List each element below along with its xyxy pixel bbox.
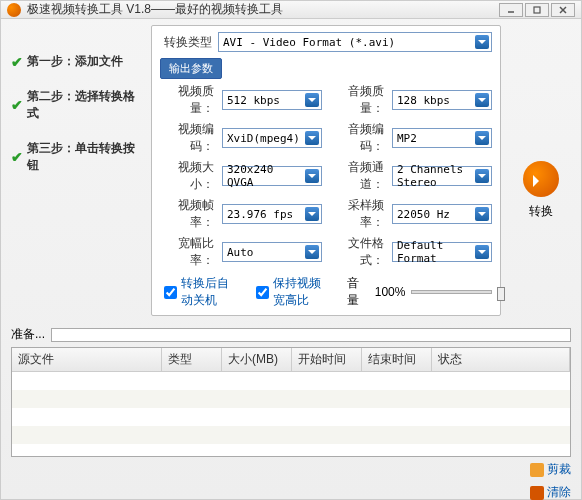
clear-icon bbox=[530, 486, 544, 500]
crop-button[interactable]: 剪裁 bbox=[530, 461, 571, 478]
video-codec-dropdown[interactable]: XviD(mpeg4) bbox=[222, 128, 322, 148]
check-icon: ✔ bbox=[11, 97, 23, 113]
volume-slider[interactable] bbox=[411, 290, 492, 294]
titlebar: 极速视频转换工具 V1.8——最好的视频转换工具 bbox=[1, 1, 581, 19]
content-area: ✔第一步：添加文件 ✔第二步：选择转换格式 ✔第三步：单击转换按钮 转换类型 A… bbox=[1, 19, 581, 500]
tab-output-params[interactable]: 输出参数 bbox=[160, 58, 222, 79]
aspect-label: 宽幅比率： bbox=[160, 235, 214, 269]
step-3: ✔第三步：单击转换按钮 bbox=[11, 140, 141, 174]
app-icon bbox=[7, 3, 21, 17]
audio-channel-dropdown[interactable]: 2 Channels Stereo bbox=[392, 166, 492, 186]
volume-label: 音量 bbox=[347, 275, 368, 309]
file-format-dropdown[interactable]: Default Format bbox=[392, 242, 492, 262]
sample-rate-dropdown[interactable]: 22050 Hz bbox=[392, 204, 492, 224]
col-end[interactable]: 结束时间 bbox=[362, 348, 432, 371]
step-1-label: 第一步：添加文件 bbox=[27, 53, 123, 70]
convert-icon[interactable] bbox=[523, 161, 559, 197]
svg-rect-1 bbox=[534, 7, 540, 13]
video-size-label: 视频大小： bbox=[160, 159, 214, 193]
video-fps-dropdown[interactable]: 23.976 fps bbox=[222, 204, 322, 224]
col-start[interactable]: 开始时间 bbox=[292, 348, 362, 371]
audio-quality-dropdown[interactable]: 128 kbps bbox=[392, 90, 492, 110]
crop-icon bbox=[530, 463, 544, 477]
video-fps-label: 视频帧率： bbox=[160, 197, 214, 231]
audio-codec-label: 音频编码： bbox=[330, 121, 384, 155]
col-status[interactable]: 状态 bbox=[432, 348, 570, 371]
col-type[interactable]: 类型 bbox=[162, 348, 222, 371]
video-quality-label: 视频质量： bbox=[160, 83, 214, 117]
maximize-button[interactable] bbox=[525, 3, 549, 17]
convert-type-dropdown[interactable]: AVI - Video Format (*.avi) bbox=[218, 32, 492, 52]
check-icon: ✔ bbox=[11, 149, 23, 165]
keep-ratio-label: 保持视频宽高比 bbox=[273, 275, 330, 309]
type-label: 转换类型 bbox=[160, 34, 212, 51]
prepare-label: 准备... bbox=[11, 326, 45, 343]
convert-label: 转换 bbox=[529, 203, 553, 220]
window-title: 极速视频转换工具 V1.8——最好的视频转换工具 bbox=[27, 1, 499, 18]
window-controls bbox=[499, 3, 575, 17]
file-format-label: 文件格式： bbox=[330, 235, 384, 269]
video-codec-label: 视频编码： bbox=[160, 121, 214, 155]
minimize-button[interactable] bbox=[499, 3, 523, 17]
progress-bar bbox=[51, 328, 571, 342]
step-3-label: 第三步：单击转换按钮 bbox=[27, 140, 141, 174]
convert-section: 转换 bbox=[511, 25, 571, 316]
app-window: 极速视频转换工具 V1.8——最好的视频转换工具 ✔第一步：添加文件 ✔第二步：… bbox=[0, 0, 582, 500]
aspect-dropdown[interactable]: Auto bbox=[222, 242, 322, 262]
step-2-label: 第二步：选择转换格式 bbox=[27, 88, 141, 122]
audio-codec-dropdown[interactable]: MP2 bbox=[392, 128, 492, 148]
steps-panel: ✔第一步：添加文件 ✔第二步：选择转换格式 ✔第三步：单击转换按钮 bbox=[11, 25, 141, 316]
video-size-dropdown[interactable]: 320x240 QVGA bbox=[222, 166, 322, 186]
clear-button[interactable]: 清除 bbox=[530, 484, 571, 500]
table-body[interactable] bbox=[12, 372, 570, 457]
check-icon: ✔ bbox=[11, 54, 23, 70]
audio-quality-label: 音频质量： bbox=[330, 83, 384, 117]
close-button[interactable] bbox=[551, 3, 575, 17]
step-2: ✔第二步：选择转换格式 bbox=[11, 88, 141, 122]
shutdown-checkbox[interactable]: 转换后自动关机 bbox=[164, 275, 238, 309]
keep-ratio-checkbox[interactable]: 保持视频宽高比 bbox=[256, 275, 330, 309]
settings-panel: 转换类型 AVI - Video Format (*.avi) 输出参数 视频质… bbox=[151, 25, 501, 316]
volume-value: 100% bbox=[375, 285, 406, 299]
video-quality-dropdown[interactable]: 512 kbps bbox=[222, 90, 322, 110]
file-table: 源文件 类型 大小(MB) 开始时间 结束时间 状态 bbox=[11, 347, 571, 457]
col-source[interactable]: 源文件 bbox=[12, 348, 162, 371]
sample-rate-label: 采样频率： bbox=[330, 197, 384, 231]
step-1: ✔第一步：添加文件 bbox=[11, 53, 141, 70]
col-size[interactable]: 大小(MB) bbox=[222, 348, 292, 371]
audio-channel-label: 音频通道： bbox=[330, 159, 384, 193]
shutdown-label: 转换后自动关机 bbox=[181, 275, 238, 309]
